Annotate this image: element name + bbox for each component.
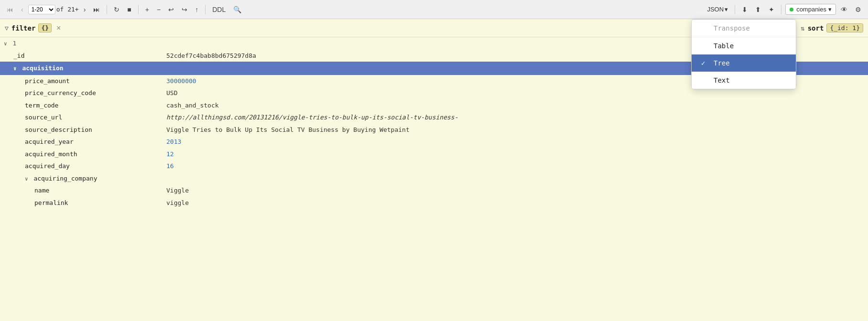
filter-value: {} bbox=[38, 23, 52, 32]
field-value-source-url: http://allthingsd.com/20131216/viggle-tr… bbox=[163, 111, 868, 124]
first-page-button[interactable]: ⏮ bbox=[4, 4, 16, 15]
table-label: Table bbox=[714, 42, 734, 50]
settings-button[interactable]: ⚙ bbox=[852, 4, 864, 15]
field-value-acquired-day: 16 bbox=[163, 160, 868, 172]
field-key-name: name bbox=[0, 184, 163, 197]
undo-button[interactable]: ↩ bbox=[165, 4, 177, 15]
last-page-button[interactable]: ⏭ bbox=[90, 4, 103, 15]
table-row: acquired_day 16 bbox=[0, 160, 868, 172]
filter-icon: ▽ bbox=[5, 24, 9, 32]
field-key-acquired-day: acquired_day bbox=[0, 160, 163, 172]
next-page-button[interactable]: › bbox=[81, 4, 89, 15]
page-total: of 21+ bbox=[56, 6, 79, 13]
field-key-price-currency: price_currency_code bbox=[0, 87, 163, 99]
separator-2 bbox=[138, 5, 139, 14]
field-value-term-code: cash_and_stock bbox=[163, 99, 868, 112]
export-button[interactable]: ⬇ bbox=[739, 4, 750, 15]
sort-icon: ⇅ bbox=[801, 24, 804, 32]
acquisition-key: ∨ acquisition bbox=[0, 62, 163, 75]
table-row: name Viggle bbox=[0, 184, 868, 197]
ddl-button[interactable]: DDL bbox=[209, 4, 228, 15]
row-number: ∨ 1 bbox=[0, 37, 163, 50]
filter-section: ▽ filter {} × bbox=[5, 23, 785, 32]
prev-page-button[interactable]: ‹ bbox=[18, 4, 26, 15]
tree-label: Tree bbox=[714, 59, 730, 67]
table-row: term_code cash_and_stock bbox=[0, 99, 868, 112]
add-button[interactable]: + bbox=[142, 4, 152, 15]
collection-dropdown-button[interactable]: companies ▾ bbox=[785, 4, 836, 15]
field-value-acquired-year: 2013 bbox=[163, 136, 868, 148]
toolbar-right: JSON ▾ ⬇ ⬆ ✦ companies ▾ 👁 ⚙ bbox=[704, 4, 864, 15]
dropdown-item-table[interactable]: Table bbox=[692, 37, 796, 54]
field-value-name: Viggle bbox=[163, 184, 868, 197]
table-row: ∨ acquiring_company bbox=[0, 172, 868, 185]
field-value-acquired-month: 12 bbox=[163, 148, 868, 160]
table-row: permalink viggle bbox=[0, 197, 868, 209]
field-value-source-desc: Viggle Tries to Bulk Up Its Social TV Bu… bbox=[163, 124, 868, 136]
field-key-price-amount: price_amount bbox=[0, 75, 163, 87]
table-row: source_url http://allthingsd.com/2013121… bbox=[0, 111, 868, 124]
remove-button[interactable]: − bbox=[154, 4, 163, 15]
field-key-permalink: permalink bbox=[0, 197, 163, 209]
transpose-label: Transpose bbox=[714, 24, 750, 32]
search-button[interactable]: 🔍 bbox=[230, 4, 244, 15]
json-arrow-icon: ▾ bbox=[725, 6, 728, 13]
field-key-term-code: term_code bbox=[0, 99, 163, 112]
redo-button[interactable]: ↪ bbox=[179, 4, 190, 15]
collection-name: companies bbox=[796, 6, 826, 13]
json-label: JSON bbox=[707, 6, 724, 13]
field-value-permalink: viggle bbox=[163, 197, 868, 209]
dropdown-item-transpose[interactable]: Transpose bbox=[692, 20, 796, 37]
table-row: acquired_month 12 bbox=[0, 148, 868, 160]
sort-keyword: sort bbox=[808, 24, 824, 32]
separator-3 bbox=[205, 5, 206, 14]
field-key-acquiring-company: ∨ acquiring_company bbox=[0, 172, 163, 185]
filter-clear-button[interactable]: × bbox=[54, 24, 63, 32]
view-dropdown-menu: Transpose Table ✓ Tree Text bbox=[691, 19, 796, 89]
acquiring-company-collapse-arrow[interactable]: ∨ bbox=[25, 175, 28, 183]
stop-button[interactable]: ■ bbox=[124, 4, 134, 15]
tree-check-icon: ✓ bbox=[701, 59, 709, 67]
acquisition-collapse-arrow[interactable]: ∨ bbox=[13, 65, 17, 73]
pin-button[interactable]: ✦ bbox=[766, 4, 777, 15]
table-row: source_description Viggle Tries to Bulk … bbox=[0, 124, 868, 136]
field-key-acquired-year: acquired_year bbox=[0, 136, 163, 148]
separator-4 bbox=[735, 5, 735, 14]
toolbar: ⏮ ‹ 1-20 1-50 1-100 of 21+ › ⏭ ↻ ■ + − ↩… bbox=[0, 0, 868, 19]
refresh-button[interactable]: ↻ bbox=[111, 4, 122, 15]
text-label: Text bbox=[714, 76, 730, 84]
import-button[interactable]: ⬆ bbox=[752, 4, 764, 15]
pagination: 1-20 1-50 1-100 of 21+ bbox=[28, 5, 79, 14]
field-key-source-desc: source_description bbox=[0, 124, 163, 136]
sort-value: {_id: 1} bbox=[826, 23, 863, 32]
collection-arrow-icon: ▾ bbox=[828, 6, 832, 13]
row-collapse-arrow[interactable]: ∨ bbox=[4, 40, 7, 48]
sort-section: ⇅ sort {_id: 1} bbox=[801, 23, 863, 32]
field-key-source-url: source_url bbox=[0, 111, 163, 124]
filter-keyword: filter bbox=[11, 24, 36, 32]
page-range-select[interactable]: 1-20 1-50 1-100 bbox=[28, 5, 55, 14]
field-key-acquired-month: acquired_month bbox=[0, 148, 163, 160]
separator-1 bbox=[107, 5, 107, 14]
dropdown-item-tree[interactable]: ✓ Tree bbox=[692, 54, 796, 72]
field-key-id: _id bbox=[0, 50, 163, 62]
row-index: 1 bbox=[12, 40, 16, 47]
json-dropdown-button[interactable]: JSON ▾ bbox=[704, 4, 731, 14]
acquisition-label: acquisition bbox=[22, 64, 63, 72]
dropdown-item-text[interactable]: Text bbox=[692, 72, 796, 89]
table-row: acquired_year 2013 bbox=[0, 136, 868, 148]
up-button[interactable]: ↑ bbox=[192, 4, 201, 15]
field-value-acquiring-company-empty bbox=[163, 172, 868, 185]
view-button[interactable]: 👁 bbox=[838, 4, 850, 15]
connection-status-dot bbox=[790, 8, 793, 11]
separator-5 bbox=[781, 5, 781, 14]
